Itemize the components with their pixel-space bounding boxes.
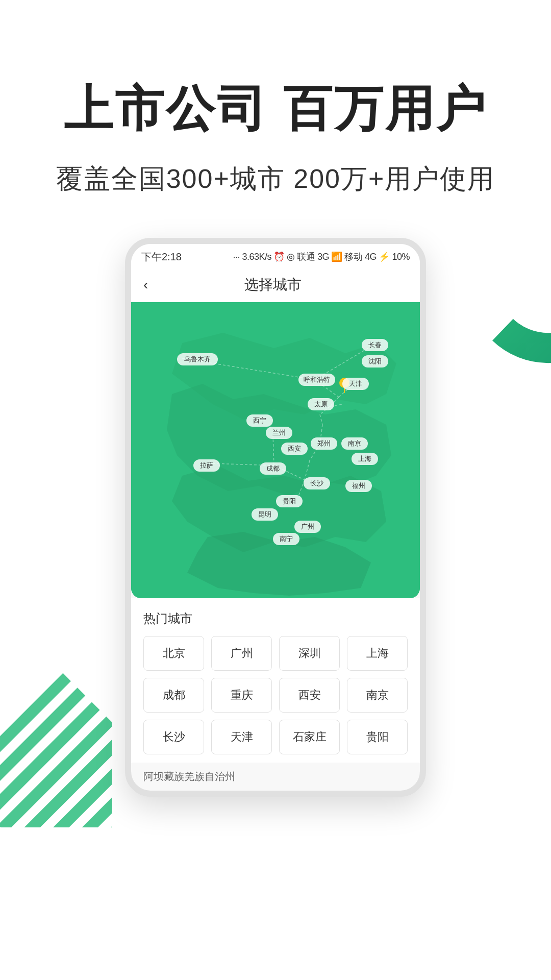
green-ring-decoration [439,228,551,381]
svg-text:太原: 太原 [314,400,328,408]
svg-text:西安: 西安 [288,445,301,452]
city-select-header: ‹ 选择城市 [131,268,420,302]
city-button[interactable]: 西安 [279,678,340,713]
city-button[interactable]: 长沙 [143,720,204,754]
stripe-decoration [0,664,112,827]
svg-text:拉萨: 拉萨 [200,461,213,469]
region-text: 阿坝藏族羌族自治州 [131,763,420,791]
svg-text:长春: 长春 [368,341,382,349]
status-network: ··· 3.63K/s ⏰ ◎ 联通 3G 📶 移动 4G ⚡ 10% [233,251,410,263]
city-button[interactable]: 北京 [143,636,204,671]
svg-text:天津: 天津 [349,380,362,387]
svg-point-0 [483,228,551,348]
city-button[interactable]: 重庆 [211,678,272,713]
headline-subtitle: 覆盖全国300+城市 200万+用户使用 [41,161,510,197]
city-button[interactable]: 上海 [347,636,408,671]
svg-text:上海: 上海 [358,455,371,462]
svg-text:郑州: 郑州 [317,439,331,447]
city-button[interactable]: 天津 [211,720,272,754]
svg-text:兰州: 兰州 [272,429,286,436]
hot-cities-section: 热门城市 北京广州深圳上海成都重庆西安南京长沙天津石家庄贵阳 [131,598,420,763]
svg-text:乌鲁木齐: 乌鲁木齐 [184,355,211,363]
phone-frame: 下午2:18 ··· 3.63K/s ⏰ ◎ 联通 3G 📶 移动 4G ⚡ 1… [125,238,426,797]
status-time: 下午2:18 [141,250,182,264]
city-button[interactable]: 南京 [347,678,408,713]
svg-text:沈阳: 沈阳 [368,357,382,365]
back-button[interactable]: ‹ [143,277,148,293]
svg-text:福州: 福州 [352,482,365,489]
svg-text:贵阳: 贵阳 [283,497,296,505]
status-bar: 下午2:18 ··· 3.63K/s ⏰ ◎ 联通 3G 📶 移动 4G ⚡ 1… [131,244,420,268]
headline-section: 上市公司 百万用户 覆盖全国300+城市 200万+用户使用 [0,0,551,217]
svg-text:南宁: 南宁 [280,535,293,543]
map-container[interactable]: 乌鲁木齐 长春 沈阳 呼和浩特 [131,302,420,598]
city-button[interactable]: 贵阳 [347,720,408,754]
city-button[interactable]: 成都 [143,678,204,713]
svg-text:呼和浩特: 呼和浩特 [304,376,330,383]
city-select-title: 选择城市 [158,275,387,295]
svg-text:西宁: 西宁 [253,416,266,424]
cities-grid: 北京广州深圳上海成都重庆西安南京长沙天津石家庄贵阳 [143,636,408,754]
china-map: 乌鲁木齐 长春 沈阳 呼和浩特 [131,302,420,598]
svg-text:南京: 南京 [348,439,361,447]
page-container: 上市公司 百万用户 覆盖全国300+城市 200万+用户使用 下午2:18 ··… [0,0,551,980]
city-button[interactable]: 石家庄 [279,720,340,754]
city-button[interactable]: 广州 [211,636,272,671]
hot-cities-title: 热门城市 [143,610,408,627]
svg-text:广州: 广州 [301,523,314,530]
headline-title: 上市公司 百万用户 [41,82,510,136]
svg-text:昆明: 昆明 [258,510,271,518]
city-button[interactable]: 深圳 [279,636,340,671]
svg-text:成都: 成都 [266,464,280,472]
svg-text:长沙: 长沙 [310,479,323,487]
